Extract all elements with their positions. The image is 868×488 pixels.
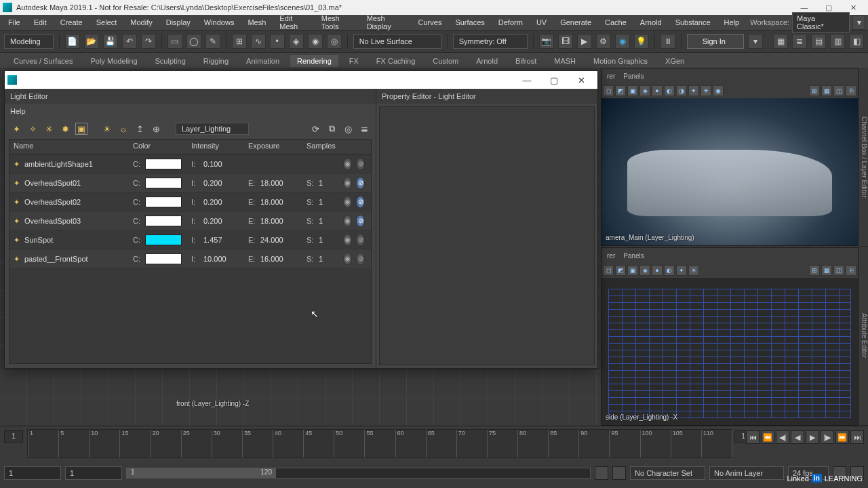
light-sun2-icon[interactable]: ☼ [117,123,130,135]
redo-icon[interactable]: ↷ [141,34,156,49]
isolate-toggle[interactable]: ⊘ [356,234,365,246]
shelf-tab-mash[interactable]: MASH [547,55,583,67]
vp-icon[interactable]: ⎘ [846,265,856,276]
vp-icon[interactable]: ◐ [664,265,675,276]
isolate-toggle[interactable]: ⊘ [356,177,365,189]
color-swatch[interactable] [145,178,182,188]
group-icon[interactable]: ⧉ [326,123,338,135]
intensity-value[interactable]: 1.457 [203,236,222,244]
open-scene-icon[interactable]: 📂 [84,34,99,49]
menu-edit[interactable]: Edit [28,17,52,28]
step-fwd-key-button[interactable]: ⏩ [835,430,849,444]
samples-value[interactable]: 1 [319,217,323,225]
settings-icon[interactable]: ≣ [358,123,370,135]
light-row[interactable]: ✦pasted__FrontSpotC:I:10.000E:16.000S:1◉… [9,249,371,268]
vp-icon[interactable]: ⊞ [809,265,820,276]
layout-2-icon[interactable]: ≣ [792,34,807,49]
dialog-maximize-button[interactable]: ▢ [540,71,568,89]
menu-help[interactable]: Help [719,17,745,28]
new-directional-light-icon[interactable]: ✹ [59,123,71,135]
menu-generate[interactable]: Generate [555,17,597,28]
dialog-minimize-button[interactable]: — [513,71,540,89]
shelf-tab-fx[interactable]: FX [342,55,366,67]
step-back-button[interactable]: ◀| [776,430,789,444]
col-name[interactable]: Name [9,140,129,154]
vp-panels-menu[interactable]: Panels [620,73,647,80]
snap-view-icon[interactable]: ◉ [308,34,323,49]
col-intensity[interactable]: Intensity [187,140,244,154]
col-samples[interactable]: Samples [302,140,338,154]
vp-icon[interactable]: ◻ [603,265,614,276]
menu-substance[interactable]: Substance [670,17,716,28]
light-row[interactable]: ✦OverheadSpot02C:I:0.200E:18.000S:1◉⊘ [9,192,371,211]
enable-toggle[interactable]: ◉ [343,158,352,170]
time-slider[interactable]: 1 15101520253035404550556065707580859095… [0,426,868,458]
intensity-value[interactable]: 0.200 [203,179,222,187]
save-scene-icon[interactable]: 💾 [103,34,118,49]
render-globals-icon[interactable]: ⚙ [596,34,611,49]
menu-curves[interactable]: Curves [413,17,448,28]
sidetab-channel-box-layer-editor[interactable]: Channel Box / Layer Editor [859,68,868,247]
isolate-toggle[interactable]: ⊘ [356,215,365,227]
vp-icon[interactable]: ◑ [676,85,687,96]
new-volume-light-icon[interactable]: ▣ [75,123,87,135]
vp-icon[interactable]: ◫ [833,265,844,276]
live-surface-combo[interactable]: No Live Surface [353,34,441,49]
vp-icon[interactable]: ☀ [688,265,699,276]
shelf-tab-rigging[interactable]: Rigging [197,55,235,67]
vp-icon[interactable]: ● [652,265,663,276]
layout-4-icon[interactable]: ▥ [830,34,845,49]
enable-toggle[interactable]: ◉ [343,196,352,208]
vp-icon[interactable]: ◈ [639,265,650,276]
color-swatch[interactable] [145,235,182,245]
menu-create[interactable]: Create [55,17,88,28]
light-up-icon[interactable]: ↥ [134,123,146,135]
menu-windows[interactable]: Windows [199,17,240,28]
menu-arnold[interactable]: Arnold [635,17,667,28]
shelf-tab-xgen[interactable]: XGen [658,55,691,67]
pause-icon[interactable]: ⏸ [660,34,675,49]
step-back-key-button[interactable]: ⏪ [761,430,774,444]
vp-icon[interactable]: ▦ [821,265,832,276]
layout-3-icon[interactable]: ▤ [811,34,826,49]
menu-cache[interactable]: Cache [599,17,632,28]
range-start-inner[interactable]: 1 [65,466,122,480]
col-color[interactable]: Color [129,140,187,154]
samples-value[interactable]: 1 [319,198,323,206]
intensity-value[interactable]: 0.100 [203,160,222,168]
exposure-value[interactable]: 18.000 [260,198,283,206]
intensity-value[interactable]: 0.200 [203,198,222,206]
range-slider-handle[interactable]: 1 120 [127,468,276,478]
snap-plane-icon[interactable]: ◈ [289,34,304,49]
samples-value[interactable]: 1 [319,236,323,244]
snap-grid-icon[interactable]: ⊞ [232,34,247,49]
vp-panels-menu[interactable]: Panels [620,252,647,260]
vp-icon[interactable]: ◉ [713,85,724,96]
timeline-ruler[interactable]: 1510152025303540455055606570758085909510… [27,429,732,458]
menu-edit-mesh[interactable]: Edit Mesh [274,13,313,32]
range-lock-icon[interactable] [595,466,608,480]
new-scene-icon[interactable]: 📄 [65,34,80,49]
light-row[interactable]: ✦OverheadSpot01C:I:0.200E:18.000S:1◉⊘ [9,174,371,192]
vp-icon[interactable]: ✦ [676,265,687,276]
shelf-tab-curves-surfaces[interactable]: Curves / Surfaces [7,55,79,67]
snap-live-icon[interactable]: ◎ [327,34,342,49]
vp-icon[interactable]: ⎘ [846,85,856,96]
range-menu-icon[interactable] [612,466,626,480]
layout-5-icon[interactable]: ◧ [849,34,864,49]
isolate-toggle[interactable]: ⊘ [356,253,365,265]
vp-icon[interactable]: ◫ [833,85,844,96]
shelf-tab-arnold[interactable]: Arnold [469,55,505,67]
menu-display[interactable]: Display [161,17,196,28]
menu-uv[interactable]: UV [531,17,552,28]
shelf-tab-custom[interactable]: Custom [426,55,465,67]
vp-icon[interactable]: ▦ [821,85,832,96]
vp-icon[interactable]: ◈ [639,85,650,96]
render-view-icon[interactable]: 📷 [539,34,554,49]
vp-head-partial[interactable]: rer [604,73,618,80]
menu-mesh-display[interactable]: Mesh Display [361,13,410,32]
step-fwd-button[interactable]: |▶ [821,430,834,444]
anim-layer-combo[interactable]: No Anim Layer [709,466,784,480]
layout-1-icon[interactable]: ▦ [773,34,788,49]
vp-icon[interactable]: ◐ [664,85,675,96]
